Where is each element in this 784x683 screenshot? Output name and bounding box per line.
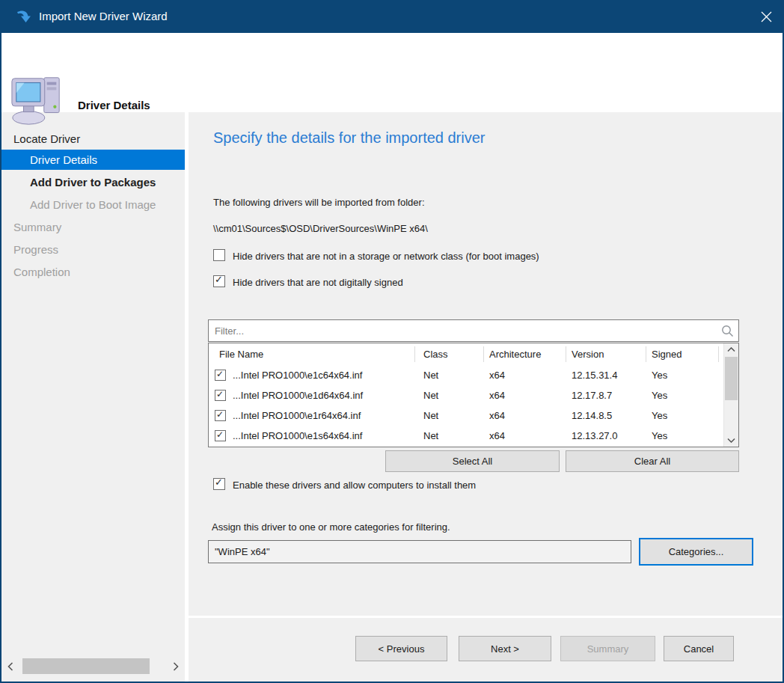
cell-version: 12.15.31.4 [572, 365, 617, 385]
cell-class: Net [423, 405, 438, 426]
checkmark-icon: ✓ [216, 389, 224, 399]
scroll-up-arrow-icon[interactable] [724, 343, 738, 356]
nav-item-summary[interactable]: Summary [1, 217, 185, 237]
close-button[interactable] [748, 0, 784, 33]
cell-signed: Yes [652, 365, 667, 385]
row-checkbox[interactable]: ✓ [215, 390, 226, 401]
hide-unsigned-checkbox-label: Hide drivers that are not digitally sign… [233, 277, 403, 288]
table-header: File Name Class Architecture Version Sig… [209, 343, 723, 365]
sidebar-horizontal-scrollbar[interactable] [1, 658, 185, 675]
column-header-class[interactable]: Class [423, 343, 448, 365]
cell-signed: Yes [652, 405, 667, 426]
cell-file-name: ...Intel PRO1000\e1c64x64.inf [233, 365, 362, 385]
checkmark-icon: ✓ [216, 429, 224, 440]
checkmark-icon: ✓ [216, 369, 224, 379]
hide-storage-checkbox-label: Hide drivers that are not in a storage o… [233, 251, 539, 262]
nav-item-completion[interactable]: Completion [1, 262, 185, 282]
column-header-file-name[interactable]: File Name [219, 343, 263, 365]
cell-architecture: x64 [489, 365, 505, 385]
content-heading: Specify the details for the imported dri… [213, 129, 486, 147]
categories-button[interactable]: Categories... [639, 538, 753, 566]
nav-item-driver-details[interactable]: Driver Details [1, 150, 185, 170]
close-icon [761, 11, 772, 22]
enable-drivers-checkbox[interactable]: ✓ [213, 478, 225, 490]
next-button[interactable]: Next > [459, 636, 551, 661]
search-icon [721, 325, 734, 337]
previous-button[interactable]: < Previous [355, 636, 447, 661]
row-checkbox[interactable]: ✓ [215, 410, 226, 421]
cell-architecture: x64 [489, 385, 505, 405]
column-separator [646, 346, 646, 362]
wizard-arrow-icon [14, 7, 32, 25]
column-separator [414, 346, 415, 362]
select-all-button[interactable]: Select All [385, 450, 560, 472]
import-folder-intro: The following drivers will be imported f… [213, 197, 425, 208]
table-row[interactable]: ✓ ...Intel PRO1000\e1s64x64.inf Net x64 … [209, 426, 723, 446]
nav-item-locate-driver[interactable]: Locate Driver [1, 129, 185, 149]
scroll-down-arrow-icon[interactable] [724, 434, 738, 447]
column-header-signed[interactable]: Signed [652, 343, 682, 365]
column-header-architecture[interactable]: Architecture [489, 343, 541, 365]
nav-item-progress[interactable]: Progress [1, 239, 185, 260]
title-bar: Import New Driver Wizard [0, 0, 784, 33]
enable-drivers-checkbox-label: Enable these drivers and allow computers… [233, 480, 476, 491]
checkmark-icon: ✓ [215, 274, 223, 285]
row-checkbox[interactable]: ✓ [215, 370, 226, 381]
nav-item-add-driver-to-boot-image[interactable]: Add Driver to Boot Image [1, 195, 185, 215]
column-header-version[interactable]: Version [572, 343, 604, 365]
cell-file-name: ...Intel PRO1000\e1r64x64.inf [233, 405, 361, 426]
cell-version: 12.13.27.0 [572, 426, 617, 446]
scroll-left-arrow-icon[interactable] [1, 658, 19, 675]
table-row[interactable]: ✓ ...Intel PRO1000\e1c64x64.inf Net x64 … [209, 365, 723, 385]
cell-class: Net [423, 365, 438, 385]
checkmark-icon: ✓ [215, 477, 223, 488]
window-title: Import New Driver Wizard [39, 0, 168, 33]
cell-file-name: ...Intel PRO1000\e1s64x64.inf [233, 426, 362, 446]
cell-class: Net [423, 385, 438, 405]
nav-item-add-driver-to-packages[interactable]: Add Driver to Packages [1, 172, 185, 192]
row-checkbox[interactable]: ✓ [215, 430, 226, 441]
column-separator [718, 346, 719, 362]
hide-storage-checkbox[interactable] [213, 249, 225, 261]
table-vertical-scrollbar[interactable] [723, 343, 738, 447]
driver-table: File Name Class Architecture Version Sig… [208, 343, 739, 447]
import-new-driver-wizard-window: Import New Driver Wizard Driver Details … [0, 0, 784, 683]
cancel-button[interactable]: Cancel [664, 636, 734, 661]
column-separator [566, 346, 566, 362]
summary-button[interactable]: Summary [560, 636, 655, 661]
computer-icon [10, 73, 65, 128]
checkmark-icon: ✓ [216, 409, 224, 420]
category-field-box [208, 540, 631, 563]
table-row[interactable]: ✓ ...Intel PRO1000\e1r64x64.inf Net x64 … [209, 405, 723, 426]
footer-separator [189, 616, 784, 618]
cell-signed: Yes [652, 385, 667, 405]
clear-all-button[interactable]: Clear All [566, 450, 739, 472]
column-separator [483, 346, 484, 362]
hide-unsigned-checkbox[interactable]: ✓ [213, 275, 225, 287]
vertical-scrollbar-thumb[interactable] [725, 357, 738, 400]
scroll-right-arrow-icon[interactable] [167, 658, 185, 675]
wizard-header: Driver Details [0, 33, 784, 112]
driver-filter-box [208, 319, 739, 342]
horizontal-scrollbar-thumb[interactable] [22, 658, 150, 674]
filter-input[interactable] [209, 320, 738, 341]
sidebar-divider [185, 112, 189, 683]
category-input[interactable] [209, 541, 631, 563]
cell-signed: Yes [652, 426, 667, 446]
table-row[interactable]: ✓ ...Intel PRO1000\e1d64x64.inf Net x64 … [209, 385, 723, 405]
cell-architecture: x64 [489, 405, 505, 426]
page-title: Driver Details [78, 99, 150, 111]
category-assignment-label: Assign this driver to one or more catego… [212, 521, 450, 533]
cell-version: 12.17.8.7 [572, 385, 612, 405]
source-path: \\cm01\Sources$\OSD\DriverSources\WinPE … [213, 223, 428, 234]
cell-architecture: x64 [489, 426, 505, 446]
cell-file-name: ...Intel PRO1000\e1d64x64.inf [233, 385, 363, 405]
cell-class: Net [423, 426, 438, 446]
cell-version: 12.14.8.5 [572, 405, 612, 426]
